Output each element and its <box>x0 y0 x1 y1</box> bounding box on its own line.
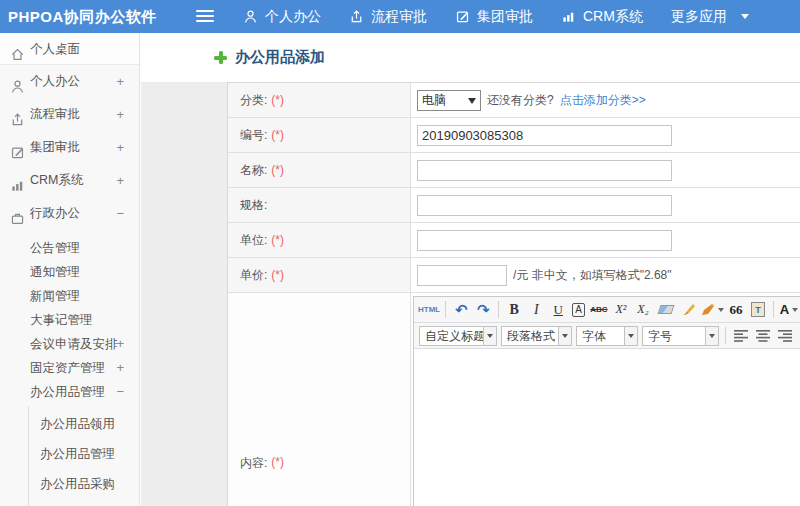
expand-icon[interactable]: + <box>116 332 124 356</box>
page-title-text: 办公用品添加 <box>235 48 325 67</box>
align-left-icon[interactable] <box>731 326 751 346</box>
expand-icon[interactable]: + <box>116 356 124 380</box>
sidebar-item-supplies-receive[interactable]: 办公用品领用 <box>0 409 139 439</box>
add-plus-icon <box>214 51 227 64</box>
redo-icon[interactable]: ↷ <box>473 300 493 320</box>
app-logo: PHPOA协同办公软件 <box>8 0 157 33</box>
form-row-price: 单价: (*) /元 非中文，如填写格式"2.68" <box>228 258 800 293</box>
required-mark: (*) <box>271 455 284 469</box>
sidebar-item-label: 通知管理 <box>30 265 80 279</box>
field-label: 规格: <box>228 188 411 222</box>
sidebar-item-meeting-mgmt[interactable]: 会议申请及安排+ <box>0 332 139 356</box>
sidebar-item-supplies-manage[interactable]: 办公用品管理 <box>0 439 139 469</box>
hamburger-menu-icon[interactable] <box>196 10 214 23</box>
expand-icon[interactable]: + <box>116 131 124 164</box>
sidebar-item-announcement-mgmt[interactable]: 公告管理 <box>0 236 139 260</box>
font-family-select[interactable]: 字体 <box>576 326 638 346</box>
field-label: 单价: (*) <box>228 258 411 292</box>
sidebar-item-label: 办公用品管理 <box>30 385 105 399</box>
strikethrough-button[interactable]: ABC <box>589 300 609 320</box>
sidebar-item-personal-desktop[interactable]: 个人桌面 <box>0 33 139 65</box>
source-code-button[interactable]: HTML <box>418 300 440 320</box>
superscript-button[interactable]: X² <box>611 300 631 320</box>
sidebar-item-label: 会议申请及安排 <box>30 337 118 351</box>
required-mark: (*) <box>271 93 284 107</box>
collapse-icon[interactable]: − <box>116 197 124 230</box>
italic-button[interactable]: I <box>526 300 546 320</box>
required-mark: (*) <box>271 128 284 142</box>
nav-label: 更多应用 <box>671 8 727 26</box>
page-title: 办公用品添加 <box>214 48 325 67</box>
sidebar-item-notice-mgmt[interactable]: 通知管理 <box>0 260 139 284</box>
select-caret-icon <box>468 98 476 108</box>
undo-icon[interactable]: ↶ <box>451 300 471 320</box>
field-label: 单位: (*) <box>228 223 411 257</box>
top-navigation: 个人办公 流程审批 集团审批 CRM系统 更多应用 <box>229 0 763 33</box>
share-up-icon <box>349 9 364 24</box>
sidebar-item-personal-office[interactable]: 个人办公 + <box>0 65 139 98</box>
nav-label: 流程审批 <box>371 8 427 26</box>
expand-icon[interactable]: + <box>116 164 124 197</box>
clear-format-eraser-icon[interactable] <box>655 300 677 320</box>
nav-label: 集团审批 <box>477 8 533 26</box>
paste-plain-icon[interactable]: T <box>748 300 768 320</box>
underline-button[interactable]: U <box>548 300 568 320</box>
sidebar-item-label: 集团审批 <box>30 140 80 154</box>
sidebar-item-label: 办公用品管理 <box>40 447 115 461</box>
content-gutter <box>141 82 227 506</box>
sidebar-item-admin-office[interactable]: 行政办公 − <box>0 197 139 230</box>
code-input[interactable] <box>417 125 672 146</box>
select-caret-icon <box>558 327 571 345</box>
field-label: 分类: (*) <box>228 83 411 117</box>
sidebar-item-news-mgmt[interactable]: 新闻管理 <box>0 284 139 308</box>
required-mark: (*) <box>271 233 284 247</box>
paragraph-format-select[interactable]: 段落格式 <box>501 326 572 346</box>
nav-crm-system[interactable]: CRM系统 <box>547 0 657 33</box>
custom-title-select[interactable]: 自定义标题 <box>419 326 497 346</box>
align-center-icon[interactable] <box>753 326 773 346</box>
sidebar-item-supplies-mgmt[interactable]: 办公用品管理− <box>0 380 139 404</box>
chevron-down-icon <box>718 308 724 315</box>
expand-icon[interactable]: + <box>116 98 124 131</box>
field-label: 编号: (*) <box>228 118 411 152</box>
expand-icon[interactable]: + <box>116 65 124 98</box>
price-input[interactable] <box>417 265 507 286</box>
sidebar-item-supplies-purchase[interactable]: 办公用品采购 <box>0 469 139 499</box>
sidebar-item-events-mgmt[interactable]: 大事记管理 <box>0 308 139 332</box>
nav-personal-office[interactable]: 个人办公 <box>229 0 335 33</box>
font-size-select[interactable]: 字号 <box>642 326 719 346</box>
price-format-hint: /元 非中文，如填写格式"2.68" <box>513 267 672 284</box>
align-right-icon[interactable] <box>775 326 795 346</box>
sidebar-item-process-approval[interactable]: 流程审批 + <box>0 98 139 131</box>
editor-content-area[interactable] <box>414 349 800 506</box>
nav-label: 个人办公 <box>265 8 321 26</box>
add-category-link[interactable]: 点击添加分类>> <box>560 92 646 109</box>
sidebar-item-group-approval[interactable]: 集团审批 + <box>0 131 139 164</box>
rich-text-editor: HTML ↶ ↷ B I U A ABC X² X₂ <box>413 296 800 506</box>
name-input[interactable] <box>417 160 672 181</box>
font-color-button[interactable]: A <box>779 300 799 320</box>
required-mark: (*) <box>271 163 284 177</box>
blockquote-button[interactable]: 66 <box>726 300 746 320</box>
nav-process-approval[interactable]: 流程审批 <box>335 0 441 33</box>
sidebar-item-asset-mgmt[interactable]: 固定资产管理+ <box>0 356 139 380</box>
sidebar-item-label: 流程审批 <box>30 107 80 121</box>
category-select[interactable]: 电脑 <box>417 90 481 111</box>
form-row-name: 名称: (*) <box>228 153 800 188</box>
unit-input[interactable] <box>417 230 672 251</box>
format-painter-icon[interactable] <box>679 300 699 320</box>
sidebar-item-crm-system[interactable]: CRM系统 + <box>0 164 139 197</box>
select-caret-icon <box>624 327 637 345</box>
nav-more-apps[interactable]: 更多应用 <box>657 0 763 33</box>
nav-group-approval[interactable]: 集团审批 <box>441 0 547 33</box>
sidebar: 个人桌面 个人办公 + 流程审批 + 集团审批 + CRM系统 + 行政办公 −… <box>0 33 140 506</box>
bold-button[interactable]: B <box>504 300 524 320</box>
font-border-button[interactable]: A <box>572 303 585 317</box>
user-icon <box>243 9 258 24</box>
spec-input[interactable] <box>417 195 672 216</box>
subscript-button[interactable]: X₂ <box>633 300 653 320</box>
highlight-pen-icon[interactable] <box>701 300 724 320</box>
sidebar-item-label: 个人桌面 <box>30 42 80 56</box>
bar-chart-icon <box>561 9 576 24</box>
collapse-icon[interactable]: − <box>116 380 124 404</box>
